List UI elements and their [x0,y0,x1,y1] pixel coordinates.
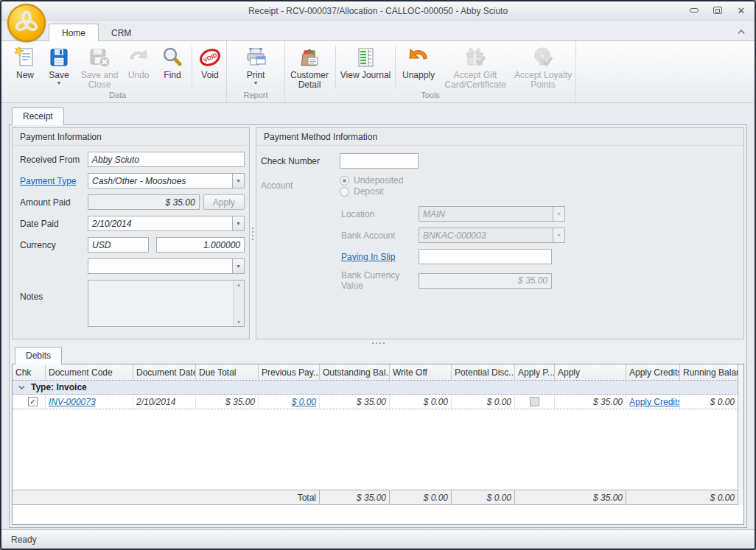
location-label: Location [341,209,419,219]
column-header-previous-payments[interactable]: Previous Pay... [259,364,320,380]
receipt-window: Receipt - RCV-000037/Allocation - CALLOC… [0,0,756,550]
vertical-splitter[interactable] [250,127,256,339]
receipt-panel: Payment Information Received From Abby S… [9,124,747,528]
ribbon-separator [395,46,396,88]
maximize-button[interactable] [712,4,724,16]
notes-textarea[interactable]: ▲ ▼ [88,280,245,327]
previous-payments-cell: $ 0.00 [259,395,320,409]
debits-grid: Chk Document Code Document Date Due Tota… [12,364,744,525]
column-header-apply[interactable]: Apply [555,364,626,380]
footer-potential-discount: $ 0.00 [452,490,515,504]
potential-discount-cell: $ 0.00 [452,395,515,409]
currency-label: Currency [20,240,88,250]
find-button[interactable]: Find [155,43,190,91]
previous-payments-link[interactable]: $ 0.00 [292,397,316,407]
shopping-bag-icon [298,46,321,69]
payment-type-link[interactable]: Payment Type [20,176,88,186]
apply-credits-cell: Apply Credits [626,395,680,409]
currency-rate-field[interactable]: 1.000000 [156,237,245,253]
column-header-due-total[interactable]: Due Total [196,364,259,380]
void-button[interactable]: VOID Void [194,43,226,91]
apply-credits-link[interactable]: Apply Credits [629,397,680,407]
outstanding-balance-cell: $ 35.00 [320,395,390,409]
grid-group-row[interactable]: Type: Invoice [13,381,743,395]
document-code-cell: INV-000073 [46,395,133,409]
paying-in-slip-field[interactable] [419,249,552,264]
payment-method-title: Payment Method Information [256,128,743,146]
payment-information-groupbox: Payment Information Received From Abby S… [12,127,250,339]
tab-home[interactable]: Home [49,24,99,41]
tab-crm[interactable]: CRM [99,24,144,41]
print-button[interactable]: Print ▾ [227,43,284,91]
chevron-down-icon: ▾ [553,206,565,222]
app-logo-icon[interactable] [7,4,46,42]
currency-code-field[interactable]: USD [88,237,149,253]
column-header-apply-partial[interactable]: Apply P... [515,364,555,380]
column-header-running-balance[interactable]: Running Balance [680,364,743,380]
unapply-button[interactable]: Unapply [397,43,440,91]
payment-information-title: Payment Information [13,128,249,146]
radio-deposit: Deposit [340,186,403,197]
document-code-link[interactable]: INV-000073 [49,397,96,407]
tab-receipt[interactable]: Receipt [12,107,64,125]
apply-cell: $ 35.00 [555,395,626,409]
column-header-chk[interactable]: Chk [13,364,46,380]
chevron-down-icon[interactable]: ▾ [232,173,245,188]
payment-type-combo[interactable]: Cash/Other - Mooshoes ▾ [88,173,245,188]
table-row: ✓ INV-000073 2/10/2014 $ 35.00 $ 0.00 $ … [13,395,743,409]
chevron-down-icon[interactable]: ▾ [232,258,245,274]
journal-icon [354,46,377,69]
date-paid-combo[interactable]: 2/10/2014 ▾ [88,216,245,231]
minimize-button[interactable] [688,4,700,16]
checkbox-checked[interactable]: ✓ [28,397,38,406]
column-header-potential-discount[interactable]: Potential Disc... [452,364,515,380]
column-header-document-code[interactable]: Document Code [46,364,133,380]
account-label: Account [261,180,340,191]
save-and-close-button: Save and Close [77,43,122,91]
status-bar: Ready [1,529,755,549]
ribbon-separator [335,46,336,88]
grid-vertical-scrollbar[interactable] [738,364,743,505]
payment-method-groupbox: Payment Method Information Check Number … [256,127,744,339]
bank-account-label: Bank Account [341,230,419,241]
checkbox-unchecked [530,397,539,406]
accept-loyalty-points-button: Accept Loyalty Points [511,43,575,91]
extra-dropdown[interactable]: ▾ [88,258,245,274]
paying-in-slip-link[interactable]: Paying In Slip [341,252,419,262]
grid-bottom-padding [13,505,743,524]
footer-running-balance: $ 0.00 [680,490,743,504]
scroll-down-icon[interactable]: ▼ [237,320,242,325]
tab-debits[interactable]: Debits [15,347,62,364]
undo-icon [127,46,150,69]
close-button[interactable]: ✕ [735,4,747,16]
running-balance-cell: $ 0.00 [680,395,743,409]
save-button[interactable]: Save ▾ [41,43,77,91]
ribbon-separator [192,46,192,88]
save-and-close-icon [88,46,111,69]
column-header-apply-credits[interactable]: Apply Credits [626,364,680,380]
column-header-document-date[interactable]: Document Date [133,364,196,380]
scroll-up-icon[interactable]: ▲ [237,282,242,287]
ribbon-group-label: Data [9,91,226,102]
dropdown-arrow-icon: ▾ [254,80,257,85]
ribbon-group-report: Print ▾ Report [227,41,285,102]
ribbon-collapse-icon[interactable] [737,27,746,37]
column-header-outstanding-balance[interactable]: Outstanding Bal... [320,364,390,380]
amount-paid-label: Amount Paid [20,197,88,208]
group-row-label: Type: Invoice [31,382,87,392]
horizontal-splitter[interactable] [12,339,744,347]
footer-write-off: $ 0.00 [390,490,452,504]
new-button[interactable]: New [9,43,41,91]
status-text: Ready [11,535,37,545]
row-checkbox-cell: ✓ [13,395,46,409]
due-total-cell: $ 35.00 [196,395,259,409]
received-from-field[interactable]: Abby Sciuto [88,152,245,167]
apply-button: Apply [203,194,245,210]
notes-scrollbar[interactable]: ▲ ▼ [233,281,244,326]
chevron-down-icon[interactable]: ▾ [232,216,245,231]
view-journal-button[interactable]: View Journal [337,43,393,91]
column-header-write-off[interactable]: Write Off [390,364,452,380]
chevron-down-icon: ▾ [553,228,565,243]
check-number-field[interactable] [340,153,419,169]
customer-detail-button[interactable]: Customer Detail [285,43,334,91]
